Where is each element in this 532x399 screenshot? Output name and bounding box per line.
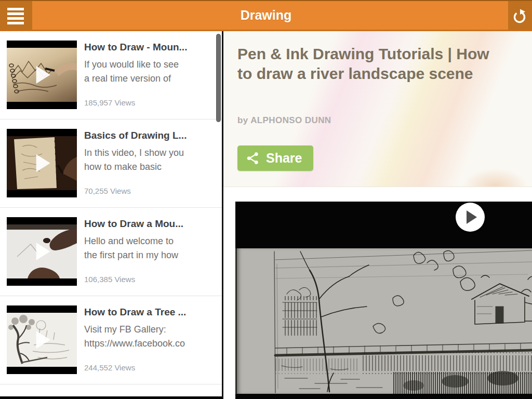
app-header: Drawing	[0, 0, 532, 31]
video-title: Basics of Drawing L...	[84, 130, 187, 141]
video-letterbox-top	[235, 202, 532, 248]
video-description: If you would like to see a real time ver…	[84, 58, 186, 86]
video-list-item[interactable]: How to Draw a Mou... Hello and welcome t…	[0, 208, 222, 296]
video-item-text: How to Draw a Tree ... Visit my FB Galle…	[84, 305, 186, 374]
video-description: In this video, I show you how to make ba…	[84, 146, 186, 174]
share-icon	[246, 151, 260, 165]
video-list-item[interactable]: How to Draw - Moun... If you would like …	[0, 31, 222, 119]
video-title: How to Draw a Tree ...	[84, 307, 186, 318]
video-description: Visit my FB Gallery: https://www.faceboo…	[84, 323, 186, 351]
detail-panel: Pen & Ink Drawing Tutorials | How to dra…	[223, 31, 532, 399]
video-item-text: Basics of Drawing L... In this video, I …	[84, 129, 187, 197]
video-views: 185,957 Views	[84, 98, 187, 109]
video-thumbnail	[7, 41, 77, 109]
video-item-text: How to Draw a Mou... Hello and welcome t…	[84, 217, 186, 286]
video-list-item[interactable]: How to Draw a Tree ... Visit my FB Galle…	[0, 296, 222, 384]
video-thumbnail	[7, 129, 77, 197]
video-title: How to Draw a Mou...	[84, 218, 186, 230]
next-item-peek	[0, 396, 222, 399]
refresh-icon	[512, 9, 527, 24]
video-thumbnail	[7, 217, 77, 286]
play-icon	[36, 331, 50, 349]
share-button-label: Share	[266, 151, 302, 166]
video-views: 70,255 Views	[84, 187, 187, 197]
video-frame-river-sketch	[235, 248, 532, 394]
play-icon	[36, 154, 50, 172]
video-item-text: How to Draw - Moun... If you would like …	[84, 41, 187, 109]
page-title: Drawing	[0, 1, 532, 30]
detail-hero: Pen & Ink Drawing Tutorials | How to dra…	[223, 31, 532, 187]
detail-title: Pen & Ink Drawing Tutorials | How to dra…	[237, 44, 497, 84]
video-views: 106,385 Views	[84, 275, 186, 286]
play-icon	[36, 243, 50, 260]
main-video-player[interactable]	[235, 202, 532, 399]
scrollbar-thumb[interactable]	[216, 34, 221, 122]
share-button[interactable]: Share	[237, 145, 313, 171]
video-list-item[interactable]: Basics of Drawing L... In this video, I …	[0, 119, 222, 208]
detail-byline: by ALPHONSO DUNN	[237, 115, 331, 126]
video-views: 244,552 Views	[84, 363, 186, 374]
video-list: How to Draw - Moun... If you would like …	[0, 31, 222, 399]
video-letterbox-bottom	[235, 394, 532, 399]
video-thumbnail	[7, 305, 77, 374]
video-description: Hello and welcome to the first part in m…	[84, 234, 186, 262]
refresh-button[interactable]	[511, 8, 528, 25]
play-button[interactable]	[456, 203, 485, 232]
video-title: How to Draw - Moun...	[84, 42, 187, 53]
play-icon	[467, 210, 477, 224]
play-icon	[36, 66, 50, 84]
